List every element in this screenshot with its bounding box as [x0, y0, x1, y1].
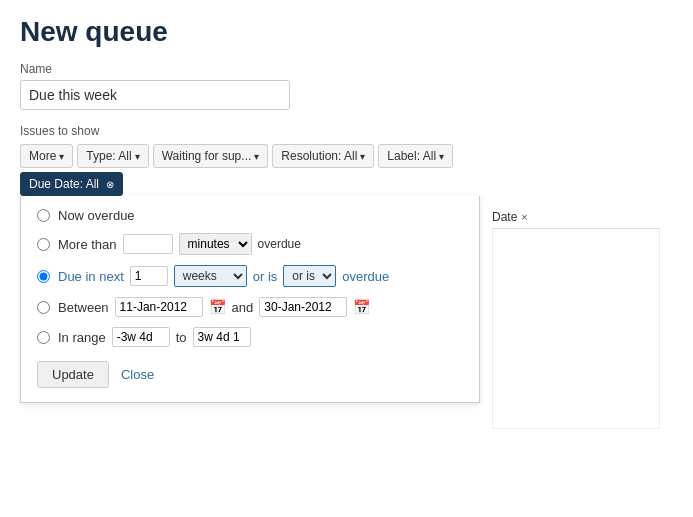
- due-date-chevron-icon: ⊗: [106, 179, 114, 190]
- action-row: Update Close: [37, 361, 463, 388]
- due-in-next-row: Due in next minutes hours days weeks or …: [37, 265, 463, 287]
- more-than-row: More than minutes hours days weeks overd…: [37, 233, 463, 255]
- between-from-input[interactable]: [115, 297, 203, 317]
- now-overdue-radio[interactable]: [37, 209, 50, 222]
- queue-name-input[interactable]: [20, 80, 290, 110]
- label-chevron-icon: ▾: [439, 151, 444, 162]
- issues-to-show-label: Issues to show: [20, 124, 673, 138]
- more-than-value-input[interactable]: [123, 234, 173, 254]
- between-radio[interactable]: [37, 301, 50, 314]
- more-than-label: More than minutes hours days weeks overd…: [58, 233, 301, 255]
- calendar-from-icon[interactable]: 📅: [209, 299, 226, 315]
- more-than-unit-select[interactable]: minutes hours days weeks: [179, 233, 252, 255]
- due-in-unit-select[interactable]: minutes hours days weeks: [174, 265, 247, 287]
- update-button[interactable]: Update: [37, 361, 109, 388]
- due-in-next-label: Due in next minutes hours days weeks or …: [58, 265, 389, 287]
- label-filter-button[interactable]: Label: All ▾: [378, 144, 453, 168]
- in-range-label: In range to: [58, 327, 251, 347]
- more-filter-button[interactable]: More ▾: [20, 144, 73, 168]
- in-range-from-input[interactable]: [112, 327, 170, 347]
- resolution-chevron-icon: ▾: [360, 151, 365, 162]
- now-overdue-row: Now overdue: [37, 208, 463, 223]
- date-column-area: Date ×: [480, 196, 660, 429]
- date-column-header: Date ×: [492, 210, 660, 229]
- type-chevron-icon: ▾: [135, 151, 140, 162]
- close-button[interactable]: Close: [121, 367, 154, 382]
- now-overdue-label: Now overdue: [58, 208, 135, 223]
- waiting-chevron-icon: ▾: [254, 151, 259, 162]
- type-filter-button[interactable]: Type: All ▾: [77, 144, 148, 168]
- resolution-filter-button[interactable]: Resolution: All ▾: [272, 144, 374, 168]
- between-row: Between 📅 and 📅: [37, 297, 463, 317]
- due-date-filter-button[interactable]: Due Date: All ⊗: [20, 172, 123, 196]
- in-range-to-input[interactable]: [193, 327, 251, 347]
- due-in-next-radio[interactable]: [37, 270, 50, 283]
- due-date-dropdown: Now overdue More than minutes hours days…: [20, 196, 480, 403]
- between-to-input[interactable]: [259, 297, 347, 317]
- date-column-body: [492, 229, 660, 429]
- name-field-label: Name: [20, 62, 673, 76]
- waiting-filter-button[interactable]: Waiting for sup... ▾: [153, 144, 269, 168]
- more-chevron-icon: ▾: [59, 151, 64, 162]
- more-than-radio[interactable]: [37, 238, 50, 251]
- page-title: New queue: [20, 16, 673, 48]
- calendar-to-icon[interactable]: 📅: [353, 299, 370, 315]
- between-label: Between 📅 and 📅: [58, 297, 370, 317]
- in-range-radio[interactable]: [37, 331, 50, 344]
- due-in-connector-select[interactable]: or is: [283, 265, 336, 287]
- filter-bar: More ▾ Type: All ▾ Waiting for sup... ▾ …: [20, 144, 673, 168]
- in-range-row: In range to: [37, 327, 463, 347]
- due-in-value-input[interactable]: [130, 266, 168, 286]
- date-column-close-icon[interactable]: ×: [521, 211, 527, 223]
